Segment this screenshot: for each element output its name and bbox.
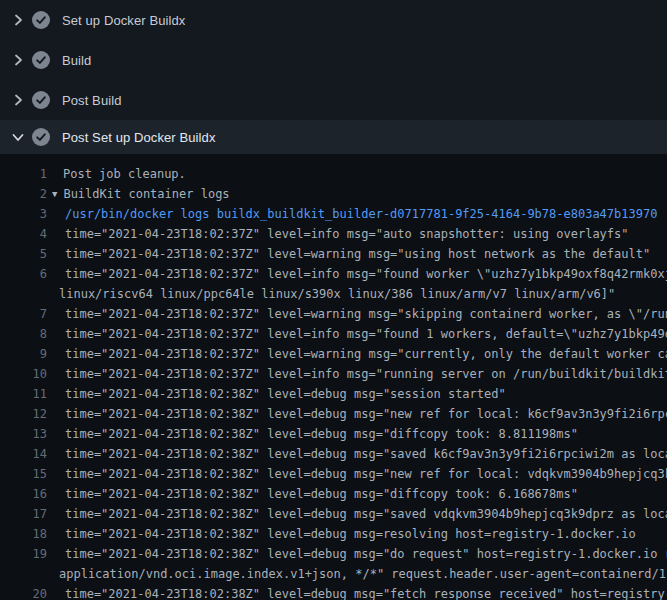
log-line: 1Post job cleanup.: [0, 164, 667, 184]
log-line-text: time="2021-04-23T18:02:38Z" level=debug …: [47, 504, 667, 524]
chevron-right-icon: [10, 92, 26, 108]
log-line-number[interactable]: 1: [0, 164, 47, 184]
log-line: 19time="2021-04-23T18:02:38Z" level=debu…: [0, 544, 667, 564]
log-line-text: time="2021-04-23T18:02:38Z" level=debug …: [47, 424, 667, 444]
log-line: 4time="2021-04-23T18:02:37Z" level=info …: [0, 224, 667, 244]
log-console: 1Post job cleanup.2▼BuildKit container l…: [0, 154, 667, 600]
chevron-right-icon: [10, 12, 26, 28]
log-line-text: time="2021-04-23T18:02:37Z" level=info m…: [47, 264, 667, 284]
log-line-number[interactable]: 19: [0, 544, 47, 564]
step-row-post-set-up-docker-buildx[interactable]: Post Set up Docker Buildx: [0, 120, 667, 154]
log-line: 20time="2021-04-23T18:02:38Z" level=debu…: [0, 584, 667, 600]
log-line-text: time="2021-04-23T18:02:37Z" level=info m…: [47, 364, 667, 384]
chevron-right-icon: [10, 52, 26, 68]
step-row-set-up-docker-buildx[interactable]: Set up Docker Buildx: [0, 0, 667, 40]
log-line: 13time="2021-04-23T18:02:38Z" level=debu…: [0, 424, 667, 444]
log-line-number[interactable]: 4: [0, 224, 47, 244]
log-line-number[interactable]: 8: [0, 324, 47, 344]
step-label: Set up Docker Buildx: [62, 13, 185, 28]
log-line: 9time="2021-04-23T18:02:37Z" level=warni…: [0, 344, 667, 364]
log-line-continuation: linux/riscv64 linux/ppc64le linux/s390x …: [0, 284, 667, 304]
log-line: 14time="2021-04-23T18:02:38Z" level=debu…: [0, 444, 667, 464]
log-line-number[interactable]: 2: [0, 184, 47, 204]
log-line-number[interactable]: 18: [0, 524, 47, 544]
log-line: 18time="2021-04-23T18:02:38Z" level=debu…: [0, 524, 667, 544]
log-line: 6time="2021-04-23T18:02:37Z" level=info …: [0, 264, 667, 284]
log-line-number[interactable]: 11: [0, 384, 47, 404]
collapse-group-icon[interactable]: ▼: [52, 184, 57, 204]
log-line-text: linux/riscv64 linux/ppc64le linux/s390x …: [47, 284, 667, 304]
check-circle-icon: [32, 51, 50, 69]
log-line: 12time="2021-04-23T18:02:38Z" level=debu…: [0, 404, 667, 424]
log-line-text: time="2021-04-23T18:02:37Z" level=info m…: [47, 224, 667, 244]
log-line-number[interactable]: 10: [0, 364, 47, 384]
log-line-text: time="2021-04-23T18:02:38Z" level=debug …: [47, 384, 667, 404]
log-line-text: time="2021-04-23T18:02:37Z" level=info m…: [47, 324, 667, 344]
log-line-continuation: application/vnd.oci.image.index.v1+json,…: [0, 564, 667, 584]
log-line: 7time="2021-04-23T18:02:37Z" level=warni…: [0, 304, 667, 324]
log-line-text: time="2021-04-23T18:02:37Z" level=warnin…: [47, 304, 667, 324]
step-row-build[interactable]: Build: [0, 40, 667, 80]
step-label: Build: [62, 53, 91, 68]
log-line-number[interactable]: 6: [0, 264, 47, 284]
log-line: 2▼BuildKit container logs: [0, 184, 667, 204]
log-line-number[interactable]: 13: [0, 424, 47, 444]
step-list: Set up Docker BuildxBuildPost BuildPost …: [0, 0, 667, 154]
log-line: 10time="2021-04-23T18:02:37Z" level=info…: [0, 364, 667, 384]
step-label: Post Set up Docker Buildx: [62, 130, 216, 145]
log-line: 8time="2021-04-23T18:02:37Z" level=info …: [0, 324, 667, 344]
log-line-text: time="2021-04-23T18:02:38Z" level=debug …: [47, 484, 667, 504]
log-line-number: [0, 564, 47, 584]
check-circle-icon: [32, 128, 50, 146]
log-line-text: time="2021-04-23T18:02:37Z" level=warnin…: [47, 344, 667, 364]
check-circle-icon: [32, 11, 50, 29]
log-line-text: time="2021-04-23T18:02:38Z" level=debug …: [47, 584, 667, 600]
log-line-text: time="2021-04-23T18:02:38Z" level=debug …: [47, 464, 667, 484]
log-line: 17time="2021-04-23T18:02:38Z" level=debu…: [0, 504, 667, 524]
log-line-text: Post job cleanup.: [47, 164, 667, 184]
log-line-number[interactable]: 15: [0, 464, 47, 484]
workflow-log-viewer: Set up Docker BuildxBuildPost BuildPost …: [0, 0, 667, 600]
log-line: 5time="2021-04-23T18:02:37Z" level=warni…: [0, 244, 667, 264]
step-row-post-build[interactable]: Post Build: [0, 80, 667, 120]
log-line-number[interactable]: 7: [0, 304, 47, 324]
log-line-number[interactable]: 14: [0, 444, 47, 464]
log-line-number[interactable]: 3: [0, 204, 47, 224]
log-line-number: [0, 284, 47, 304]
log-line-text: time="2021-04-23T18:02:37Z" level=warnin…: [47, 244, 667, 264]
log-line: 15time="2021-04-23T18:02:38Z" level=debu…: [0, 464, 667, 484]
log-line-number[interactable]: 12: [0, 404, 47, 424]
log-line: 16time="2021-04-23T18:02:38Z" level=debu…: [0, 484, 667, 504]
chevron-down-icon: [10, 129, 26, 145]
log-line-number[interactable]: 20: [0, 584, 47, 600]
log-line-text: /usr/bin/docker logs buildx_buildkit_bui…: [47, 204, 667, 224]
log-line: 3/usr/bin/docker logs buildx_buildkit_bu…: [0, 204, 667, 224]
check-circle-icon: [32, 91, 50, 109]
log-line-text: time="2021-04-23T18:02:38Z" level=debug …: [47, 404, 667, 424]
log-line-text: time="2021-04-23T18:02:38Z" level=debug …: [47, 444, 667, 464]
step-label: Post Build: [62, 93, 122, 108]
log-line-number[interactable]: 16: [0, 484, 47, 504]
log-line-number[interactable]: 9: [0, 344, 47, 364]
log-group-row: ▼BuildKit container logs: [47, 184, 667, 204]
log-line-text: time="2021-04-23T18:02:38Z" level=debug …: [47, 544, 667, 564]
log-line-text: application/vnd.oci.image.index.v1+json,…: [47, 564, 667, 584]
log-line-number[interactable]: 5: [0, 244, 47, 264]
log-line-number[interactable]: 17: [0, 504, 47, 524]
log-line: 11time="2021-04-23T18:02:38Z" level=debu…: [0, 384, 667, 404]
log-line-text: time="2021-04-23T18:02:38Z" level=debug …: [47, 524, 667, 544]
log-group-title: BuildKit container logs: [63, 184, 229, 204]
